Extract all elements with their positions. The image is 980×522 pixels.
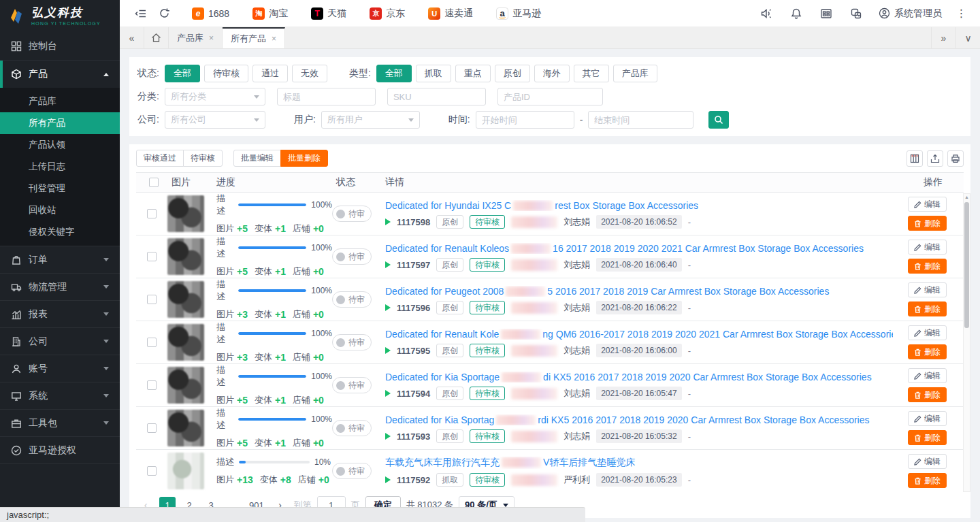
export-icon[interactable]	[927, 150, 943, 167]
sidebar-item-listing-mgmt[interactable]: 刊登管理	[0, 178, 120, 199]
delete-button[interactable]: 删除	[908, 216, 947, 231]
edit-button[interactable]: 编辑	[908, 325, 947, 340]
product-title-link[interactable]: Dedicated for Hyundai IX25 Crest Box Sto…	[385, 200, 893, 211]
notification-bell-icon[interactable]	[785, 0, 808, 27]
product-image[interactable]	[167, 410, 204, 446]
close-icon[interactable]: ×	[209, 33, 214, 43]
sku-search-input[interactable]	[387, 88, 486, 105]
play-icon[interactable]	[385, 304, 391, 311]
platform-aliexpress[interactable]: U 速卖通	[428, 7, 473, 20]
product-title-link[interactable]: Dedicated for Kia Sportagedi KX5 2016 20…	[385, 372, 893, 382]
status-filter-invalid[interactable]: 无效	[292, 65, 327, 82]
set-pending-button[interactable]: 待审核	[183, 150, 223, 167]
menu-fold-icon[interactable]	[129, 0, 152, 27]
title-search-input[interactable]	[277, 88, 376, 105]
tabs-menu-icon[interactable]: ∨	[956, 27, 980, 48]
search-button[interactable]	[708, 111, 729, 129]
close-icon[interactable]: ×	[272, 34, 276, 44]
row-checkbox[interactable]	[147, 423, 157, 433]
row-checkbox[interactable]	[147, 209, 157, 218]
sidebar-item-account[interactable]: 账号	[0, 355, 120, 382]
delete-button[interactable]: 删除	[908, 430, 947, 445]
batch-edit-button[interactable]: 批量编辑	[233, 150, 281, 167]
product-title-link[interactable]: Dedicated for Renault Koleos16 2017 2018…	[385, 243, 893, 254]
sidebar-item-system[interactable]: 系统	[0, 382, 120, 409]
category-select[interactable]: 所有分类	[165, 88, 265, 105]
sidebar-item-amazon-auth[interactable]: 亚马逊授权	[0, 436, 120, 463]
platform-amazon[interactable]: a 亚马逊	[496, 7, 541, 20]
start-time-input[interactable]	[476, 111, 574, 129]
play-icon[interactable]	[385, 476, 391, 483]
delete-button[interactable]: 删除	[908, 473, 947, 488]
product-image[interactable]	[167, 238, 204, 275]
print-icon[interactable]	[947, 150, 964, 167]
row-checkbox[interactable]	[147, 380, 157, 390]
sidebar-item-toolbox[interactable]: 工具包	[0, 409, 120, 436]
platform-jd[interactable]: 京 京东	[370, 7, 405, 20]
scroll-up-icon[interactable]: ▲	[964, 194, 969, 201]
edit-button[interactable]: 编辑	[908, 282, 947, 297]
row-checkbox[interactable]	[147, 295, 157, 304]
row-checkbox[interactable]	[147, 466, 157, 476]
end-time-input[interactable]	[588, 111, 693, 129]
product-title-link[interactable]: Dedicated for Peugeot 20085 2016 2017 20…	[385, 286, 893, 297]
product-image[interactable]	[167, 281, 204, 318]
edit-button[interactable]: 编辑	[908, 197, 947, 212]
edit-button[interactable]: 编辑	[908, 368, 947, 383]
user-menu[interactable]: 系统管理员	[875, 7, 946, 20]
sidebar-item-recycle-bin[interactable]: 回收站	[0, 199, 120, 221]
more-options-icon[interactable]: ⋮	[953, 7, 970, 20]
edit-button[interactable]: 编辑	[908, 411, 947, 426]
type-filter-key[interactable]: 重点	[455, 65, 491, 82]
product-image[interactable]	[167, 195, 204, 232]
product-title-link[interactable]: Dedicated for Kia Sportagrdi KX5 2016 20…	[385, 414, 893, 425]
row-checkbox[interactable]	[147, 252, 157, 261]
type-filter-overseas[interactable]: 海外	[534, 65, 570, 82]
sidebar-item-order[interactable]: 订单	[0, 246, 120, 273]
scrollbar-thumb[interactable]	[964, 202, 969, 328]
select-all-checkbox[interactable]	[149, 178, 159, 187]
sidebar-item-infringing-keywords[interactable]: 侵权关键字	[0, 221, 120, 243]
sidebar-item-product-library[interactable]: 产品库	[0, 91, 120, 112]
product-title-link[interactable]: 车载充气床车用旅行汽车充V轿车后排气垫睡觉床	[385, 457, 893, 469]
platform-tmall[interactable]: T 天猫	[311, 7, 346, 20]
edit-button[interactable]: 编辑	[908, 454, 947, 469]
refresh-icon[interactable]	[152, 0, 176, 27]
row-checkbox[interactable]	[147, 338, 157, 347]
apps-grid-icon[interactable]	[815, 0, 838, 27]
company-select[interactable]: 所有公司	[165, 111, 265, 129]
type-filter-other[interactable]: 其它	[574, 65, 609, 82]
user-select[interactable]: 所有用户	[321, 111, 420, 129]
tabs-scroll-left-icon[interactable]: «	[120, 27, 144, 48]
type-filter-all[interactable]: 全部	[376, 65, 412, 82]
batch-delete-button[interactable]: 批量删除	[280, 150, 328, 167]
sidebar-item-product[interactable]: 产品	[0, 61, 120, 88]
product-image[interactable]	[167, 324, 204, 361]
switch-account-icon[interactable]	[845, 0, 868, 27]
product-title-link[interactable]: Dedicated for Renault Koleng QM6 2016-20…	[385, 329, 893, 340]
product-id-search-input[interactable]	[497, 88, 603, 105]
status-filter-approved[interactable]: 通过	[252, 65, 288, 82]
column-settings-icon[interactable]	[906, 150, 923, 167]
type-filter-scraped[interactable]: 抓取	[416, 65, 451, 82]
sidebar-item-logistics[interactable]: 物流管理	[0, 273, 120, 300]
sidebar-item-all-products[interactable]: 所有产品	[0, 112, 120, 134]
tab-product-library[interactable]: 产品库 ×	[169, 27, 223, 48]
platform-1688[interactable]: e 1688	[192, 7, 229, 20]
delete-button[interactable]: 删除	[908, 344, 947, 359]
edit-button[interactable]: 编辑	[908, 240, 947, 255]
platform-taobao[interactable]: 淘 淘宝	[252, 7, 288, 20]
product-image[interactable]	[167, 367, 204, 404]
delete-button[interactable]: 删除	[908, 259, 947, 274]
sidebar-item-product-claim[interactable]: 产品认领	[0, 134, 120, 156]
status-filter-pending[interactable]: 待审核	[204, 65, 248, 82]
announcement-icon[interactable]	[755, 0, 778, 27]
sidebar-item-upload-log[interactable]: 上传日志	[0, 156, 120, 178]
type-filter-original[interactable]: 原创	[495, 65, 530, 82]
type-filter-library[interactable]: 产品库	[613, 65, 657, 82]
play-icon[interactable]	[385, 390, 391, 397]
play-icon[interactable]	[385, 218, 391, 225]
tab-all-products[interactable]: 所有产品 ×	[223, 27, 285, 48]
play-icon[interactable]	[385, 347, 391, 354]
play-icon[interactable]	[385, 433, 391, 440]
